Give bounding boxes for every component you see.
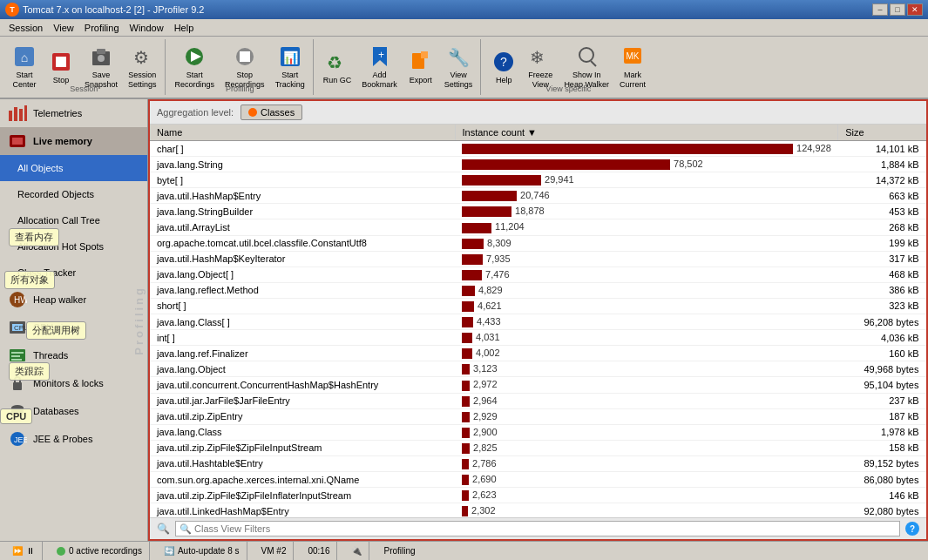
title-bar: T Tomcat 7.x on localhost-2 [2] - JProfi…: [0, 0, 928, 19]
network-icon: 🔌: [351, 546, 362, 556]
view-settings-icon: 🔧: [446, 44, 471, 69]
telemetries-label: Telemetries: [33, 108, 82, 118]
table-row[interactable]: java.util.LinkedHashMap$Entry2,30292,080…: [150, 503, 926, 517]
class-view-filter-input[interactable]: [175, 521, 900, 536]
sidebar-item-heap-walker[interactable]: HW Heap walker: [0, 286, 147, 314]
filter-help-button[interactable]: ?: [905, 522, 919, 536]
recorded-objects-label: Recorded Objects: [17, 189, 94, 199]
content-area: Aggregation level: Classes Name Instance…: [148, 99, 928, 541]
table-row[interactable]: org.apache.tomcat.util.bcel.classfile.Co…: [150, 235, 926, 251]
profiling-status-text: Profiling: [383, 546, 415, 556]
menu-session[interactable]: Session: [3, 21, 48, 35]
svg-rect-29: [14, 107, 17, 121]
cell-class-name: java.lang.Object: [150, 361, 455, 377]
content-toolbar: Aggregation level: Classes: [150, 101, 926, 125]
aggregation-label: Aggregation level:: [157, 107, 234, 118]
table-row[interactable]: java.lang.Object3,12349,968 bytes: [150, 361, 926, 377]
table-row[interactable]: java.lang.Class2,9001,978 kB: [150, 424, 926, 440]
sidebar-item-live-memory[interactable]: Live memory: [0, 127, 147, 155]
col-name[interactable]: Name: [150, 125, 455, 141]
minimize-button[interactable]: –: [872, 3, 888, 16]
table-row[interactable]: com.sun.org.apache.xerces.internal.xni.Q…: [150, 471, 926, 487]
cell-class-name: java.util.zip.ZipEntry: [150, 408, 455, 424]
view-specific-group-label: View specific: [483, 84, 654, 93]
table-row[interactable]: java.util.HashMap$Entry20,746663 kB: [150, 188, 926, 204]
maximize-button[interactable]: □: [890, 3, 905, 16]
sidebar-item-recorded-objects[interactable]: Recorded Objects: [0, 181, 147, 207]
add-bookmark-button[interactable]: + AddBookmark: [357, 42, 402, 92]
table-row[interactable]: short[ ]4,621323 kB: [150, 298, 926, 314]
vm-text: VM #2: [261, 546, 287, 556]
annotation-memory: 查看内存: [9, 228, 59, 246]
menu-profiling[interactable]: Profiling: [79, 21, 125, 35]
heap-walker-icon: HW: [7, 289, 28, 310]
table-row[interactable]: java.lang.StringBuilder18,878453 kB: [150, 204, 926, 219]
table-row[interactable]: java.util.HashMap$KeyIterator7,935317 kB: [150, 251, 926, 267]
col-size[interactable]: Size: [838, 125, 926, 141]
close-button[interactable]: ✕: [907, 3, 923, 16]
table-row[interactable]: java.util.Hashtable$Entry2,78689,152 byt…: [150, 455, 926, 471]
sidebar-item-jee-probes[interactable]: JEE JEE & Probes: [0, 425, 147, 453]
table-row[interactable]: int[ ]4,0314,036 kB: [150, 330, 926, 346]
cell-class-name: java.lang.Class: [150, 424, 455, 440]
cell-instance-count: 2,302: [455, 503, 838, 517]
svg-text:⚙: ⚙: [133, 48, 149, 67]
table-row[interactable]: char[ ]124,92814,101 kB: [150, 141, 926, 157]
cell-class-name: java.util.LinkedHashMap$Entry: [150, 503, 455, 517]
svg-rect-42: [11, 359, 22, 361]
svg-point-5: [98, 55, 105, 62]
view-settings-button[interactable]: 🔧 ViewSettings: [440, 42, 478, 92]
cell-size: 187 kB: [838, 408, 926, 424]
cell-class-name: char[ ]: [150, 141, 455, 157]
window-controls: – □ ✕: [872, 3, 923, 16]
stop-button[interactable]: Stop: [44, 47, 78, 88]
table-row[interactable]: java.util.concurrent.ConcurrentHashMap$H…: [150, 377, 926, 393]
cell-size: 268 kB: [838, 219, 926, 235]
toolbar-group-session: ⌂ StartCenter Stop SaveSnapshot ⚙ Sessio…: [3, 39, 166, 95]
cell-class-name: java.util.zip.ZipFile$ZipFileInflaterInp…: [150, 488, 455, 503]
table-row[interactable]: java.util.zip.ZipFile$ZipFileInflaterInp…: [150, 488, 926, 503]
run-gc-button[interactable]: ♻ Run GC: [319, 47, 356, 88]
table-row[interactable]: java.util.ArrayList11,204268 kB: [150, 219, 926, 235]
table-row[interactable]: java.util.zip.ZipFile$ZipFileInputStream…: [150, 440, 926, 455]
table-row[interactable]: java.lang.Object[ ]7,476468 kB: [150, 267, 926, 282]
table-row[interactable]: java.lang.reflect.Method4,829386 kB: [150, 282, 926, 298]
menu-help[interactable]: Help: [169, 21, 200, 35]
session-group-label: Session: [3, 84, 165, 93]
sidebar-item-all-objects[interactable]: All Objects: [0, 155, 147, 181]
table-row[interactable]: java.lang.Class[ ]4,43396,208 bytes: [150, 314, 926, 330]
table-row[interactable]: java.util.zip.ZipEntry2,929187 kB: [150, 408, 926, 424]
menu-view[interactable]: View: [48, 21, 79, 35]
table-row[interactable]: byte[ ]29,94114,372 kB: [150, 172, 926, 188]
pause-icon: ⏸: [26, 546, 35, 556]
svg-rect-40: [11, 352, 24, 354]
help-button[interactable]: ? Help: [486, 47, 521, 88]
svg-rect-3: [56, 57, 66, 67]
run-gc-icon: ♻: [325, 50, 349, 74]
cell-size: 663 kB: [838, 188, 926, 204]
table-row[interactable]: java.lang.ref.Finalizer4,002160 kB: [150, 346, 926, 361]
cell-instance-count: 3,123: [455, 361, 838, 377]
show-in-heap-walker-icon: [574, 44, 599, 69]
cell-class-name: com.sun.org.apache.xerces.internal.xni.Q…: [150, 471, 455, 487]
sidebar: Telemetries Live memory All Objects Reco…: [0, 99, 148, 541]
table-row[interactable]: java.lang.String78,5021,884 kB: [150, 157, 926, 172]
sidebar-item-telemetries[interactable]: Telemetries: [0, 99, 147, 127]
classes-button[interactable]: Classes: [240, 105, 302, 120]
telemetries-icon: [7, 103, 28, 124]
cell-instance-count: 29,941: [455, 172, 838, 188]
cell-size: 317 kB: [838, 251, 926, 267]
menu-window[interactable]: Window: [125, 21, 169, 35]
svg-rect-33: [12, 138, 23, 145]
export-button[interactable]: Export: [403, 47, 438, 88]
table-row[interactable]: java.util.jar.JarFile$JarFileEntry2,9642…: [150, 393, 926, 408]
cell-class-name: java.util.jar.JarFile$JarFileEntry: [150, 393, 455, 408]
stop-label: Stop: [53, 76, 70, 85]
cell-class-name: java.lang.ref.Finalizer: [150, 346, 455, 361]
cell-size: 158 kB: [838, 440, 926, 455]
filter-bar: 🔍 ?: [150, 517, 926, 539]
col-instance-count[interactable]: Instance count ▼: [455, 125, 838, 141]
live-memory-icon: [7, 131, 28, 152]
cell-size: 86,080 bytes: [838, 471, 926, 487]
cell-size: 49,968 bytes: [838, 361, 926, 377]
